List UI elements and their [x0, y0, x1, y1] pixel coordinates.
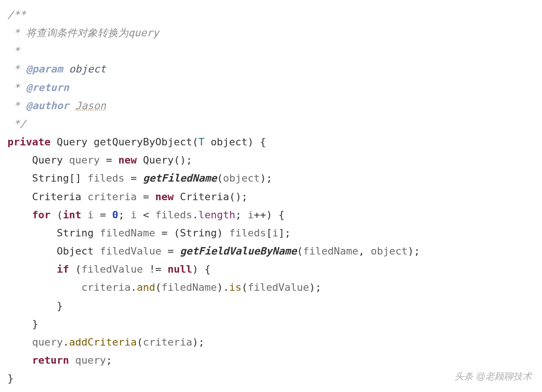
javadoc-author-tag: @author: [26, 100, 69, 111]
method-name: getQueryByObject: [93, 136, 192, 148]
javadoc-open: /**: [7, 9, 26, 20]
kw-if: if: [57, 263, 69, 275]
javadoc-return-prefix: *: [7, 82, 26, 93]
type-T: T: [198, 136, 205, 148]
type-object: Object: [57, 245, 93, 257]
watermark-text: 头条 @老顾聊技术: [455, 368, 532, 385]
javadoc-return-tag: @return: [26, 82, 69, 93]
kw-for: for: [32, 209, 51, 221]
field-length: length: [198, 209, 235, 221]
javadoc-author-name: Jason: [75, 100, 106, 111]
call-and: and: [137, 281, 155, 293]
type-criteria: Criteria: [32, 191, 81, 203]
var-criteria: criteria: [87, 191, 137, 203]
kw-int: int: [63, 209, 81, 221]
type-stringarr: String[]: [32, 172, 81, 184]
kw-null: null: [167, 263, 192, 275]
var-fileds: fileds: [87, 172, 124, 184]
type-query-2: Query: [32, 154, 63, 166]
type-string: String: [57, 227, 93, 239]
javadoc-author-prefix: *: [7, 100, 26, 111]
param-object: object: [211, 136, 247, 148]
kw-private: private: [7, 136, 51, 148]
javadoc-blank-1: *: [7, 45, 20, 57]
javadoc-close: */: [7, 118, 26, 130]
var-filedName: filedName: [100, 227, 155, 239]
call-getFiledName: getFiledName: [143, 172, 217, 184]
kw-new-2: new: [155, 191, 174, 203]
javadoc-desc-prefix: *: [7, 27, 26, 39]
num-zero: 0: [112, 209, 118, 221]
call-is: is: [229, 281, 242, 293]
javadoc-param-prefix: *: [7, 63, 26, 75]
kw-return: return: [32, 354, 69, 366]
javadoc-param-tag: @param: [26, 63, 63, 75]
call-getFieldValueByName: getFieldValueByName: [180, 245, 297, 257]
call-addCriteria: addCriteria: [69, 336, 137, 348]
var-filedValue: filedValue: [100, 245, 161, 257]
kw-new-1: new: [118, 154, 137, 166]
code-block: /** * 将查询条件对象转换为query * * @param object …: [7, 6, 535, 387]
type-query: Query: [57, 136, 87, 148]
var-i: i: [87, 209, 93, 221]
javadoc-desc: 将查询条件对象转换为query: [26, 27, 159, 39]
javadoc-param-name: object: [69, 63, 106, 75]
var-query: query: [69, 154, 99, 166]
